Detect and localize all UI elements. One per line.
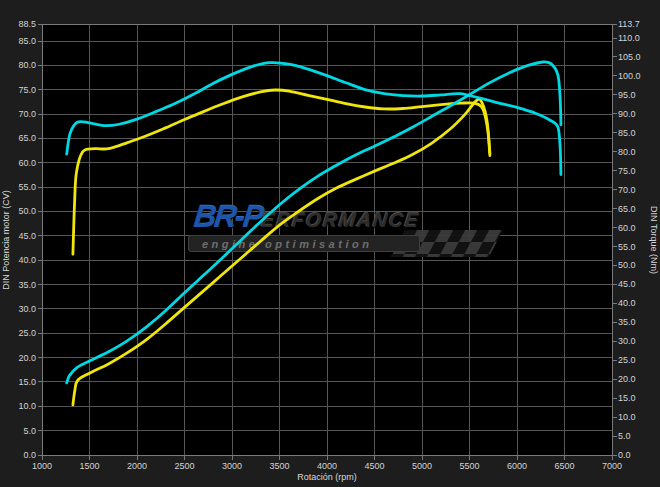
- chart-series-layer: [0, 0, 660, 487]
- dyno-chart-page: DIN Potencia motor (CV) DIN Torque (Nm) …: [0, 0, 660, 487]
- curve-torque-yellow: [73, 90, 490, 254]
- curve-power-cyan: [67, 62, 561, 383]
- curve-power-yellow: [73, 99, 490, 405]
